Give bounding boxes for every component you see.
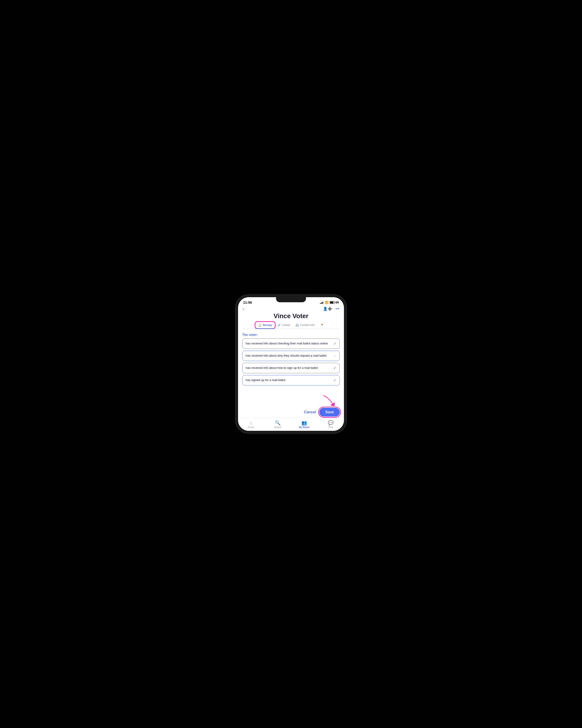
header: ‹ 👤➕ ••• Vince Voter 📋 Survey 🔗 Linked (238, 305, 344, 331)
survey-item-4[interactable]: has signed up for a mail ballot ✓ (242, 375, 340, 385)
linked-tab-label: Linked (282, 323, 290, 327)
nav-home-label: Home (248, 426, 254, 428)
wifi-icon: 📶 (325, 301, 329, 304)
survey-item-1-text: has received info about checking their m… (246, 341, 331, 345)
arrow-annotation (238, 394, 344, 406)
nav-home[interactable]: ⌂ Home (245, 420, 258, 428)
tab-contact-info[interactable]: 📇 Contact Info (293, 321, 318, 329)
home-icon: ⌂ (250, 420, 253, 425)
survey-item-4-text: has signed up for a mail ballot (246, 378, 331, 382)
nav-myreach[interactable]: 👥 My Reach (298, 420, 311, 428)
status-icons: 📶 89 (320, 301, 339, 304)
signal-icon (320, 301, 324, 304)
bottom-nav: ⌂ Home 🔍 Search 👥 My Reach 💬 Chat (238, 418, 344, 431)
survey-item-2-check: ✓ (333, 354, 336, 358)
survey-item-1[interactable]: has received info about checking their m… (242, 338, 340, 349)
header-actions: 👤➕ ••• (323, 307, 339, 311)
phone-frame: 11:56 📶 89 ‹ 👤➕ ••• Vince Vo (236, 295, 346, 433)
tab-linked[interactable]: 🔗 Linked (275, 321, 293, 329)
cancel-button[interactable]: Cancel (304, 410, 316, 414)
chat-icon: 💬 (328, 420, 334, 425)
survey-item-3-text: has received info about how to sign up f… (246, 366, 331, 370)
save-button-label: Save (325, 410, 334, 414)
phone-screen: 11:56 📶 89 ‹ 👤➕ ••• Vince Vo (238, 297, 344, 431)
survey-item-4-check: ✓ (333, 378, 336, 383)
nav-search-label: Search (274, 426, 282, 428)
page-title: Vince Voter (274, 312, 308, 320)
search-icon: 🔍 (275, 420, 281, 425)
survey-content: The voter: has received info about check… (238, 331, 344, 394)
action-row: Cancel Save (238, 406, 344, 418)
notch (276, 297, 306, 302)
voter-label: The voter: (242, 333, 340, 337)
survey-item-2-text: has received info about why they should … (246, 354, 331, 358)
survey-item-1-check: ✓ (333, 341, 336, 346)
survey-tab-icon: 📋 (258, 324, 261, 327)
nav-chat-label: Chat (328, 426, 333, 428)
back-button[interactable]: ‹ (243, 306, 244, 311)
nav-search[interactable]: 🔍 Search (271, 420, 285, 428)
survey-tab-label: Survey (263, 323, 272, 327)
nav-chat[interactable]: 💬 Chat (324, 420, 338, 428)
survey-item-3[interactable]: has received info about how to sign up f… (242, 363, 340, 373)
tabs-bar: 📋 Survey 🔗 Linked 📇 Contact Info 📍 (243, 321, 339, 329)
survey-item-2[interactable]: has received info about why they should … (242, 350, 340, 361)
add-person-icon[interactable]: 👤➕ (323, 307, 332, 311)
contact-tab-label: Contact Info (300, 323, 315, 327)
more-options-icon[interactable]: ••• (335, 307, 339, 311)
status-time: 11:56 (243, 301, 252, 304)
contact-tab-icon: 📇 (296, 324, 299, 327)
tab-location[interactable]: 📍 (318, 321, 327, 329)
location-tab-icon: 📍 (321, 324, 324, 327)
survey-item-3-check: ✓ (333, 366, 336, 370)
header-nav: ‹ 👤➕ ••• (243, 306, 339, 311)
battery-label: 89 (336, 301, 339, 304)
tab-survey[interactable]: 📋 Survey (255, 321, 275, 329)
battery-icon (330, 301, 335, 304)
save-button[interactable]: Save (319, 408, 340, 417)
arrow-icon (321, 394, 335, 406)
linked-tab-icon: 🔗 (277, 324, 281, 327)
myreach-icon: 👥 (301, 420, 307, 425)
nav-myreach-label: My Reach (299, 426, 310, 428)
